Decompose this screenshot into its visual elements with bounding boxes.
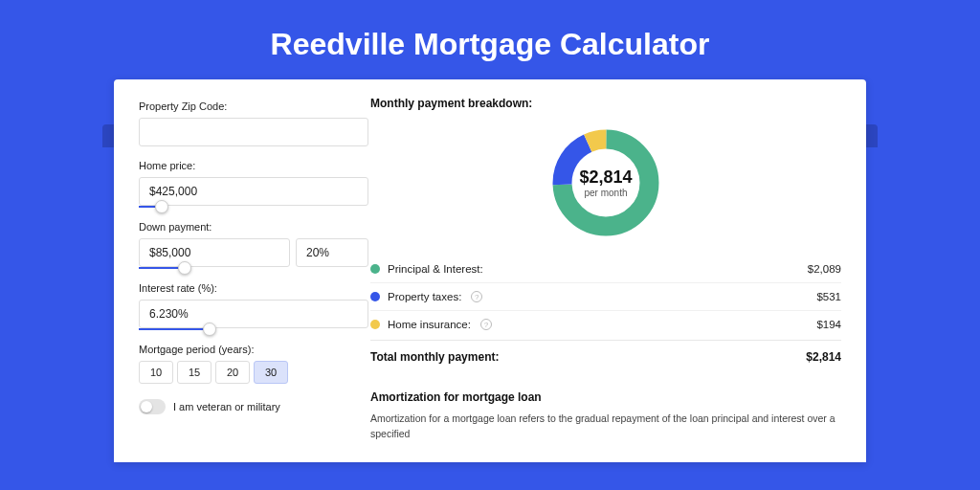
down-payment-input[interactable] <box>139 238 290 267</box>
period-button-20[interactable]: 20 <box>215 361 250 384</box>
donut-amount: $2,814 <box>579 167 632 188</box>
down-payment-label: Down payment: <box>139 221 359 233</box>
interest-label: Interest rate (%): <box>139 282 359 294</box>
breakdown-item: Principal & Interest:$2,089 <box>370 256 841 282</box>
help-icon[interactable]: ? <box>480 319 492 330</box>
amortization-title: Amortization for mortgage loan <box>370 390 841 404</box>
form-panel: Property Zip Code: Home price: Down paym… <box>114 79 359 462</box>
home-price-label: Home price: <box>139 160 359 171</box>
breakdown-item: Property taxes:?$531 <box>370 282 841 310</box>
interest-slider[interactable] <box>139 328 368 330</box>
period-button-30[interactable]: 30 <box>254 361 288 384</box>
home-price-slider[interactable] <box>139 206 368 208</box>
down-payment-group: Down payment: <box>139 221 359 269</box>
veteran-row: I am veteran or military <box>139 399 359 414</box>
home-price-group: Home price: <box>139 160 359 208</box>
item-label: Home insurance: <box>388 319 471 330</box>
home-price-input[interactable] <box>139 177 368 206</box>
calculator-card: Property Zip Code: Home price: Down paym… <box>114 79 866 462</box>
veteran-label: I am veteran or military <box>173 401 280 412</box>
amortization-text: Amortization for a mortgage loan refers … <box>370 412 841 442</box>
donut-chart: $2,814 per month <box>370 120 841 256</box>
zip-label: Property Zip Code: <box>139 100 359 112</box>
breakdown-title: Monthly payment breakdown: <box>370 97 841 110</box>
color-dot-icon <box>370 292 380 301</box>
color-dot-icon <box>370 264 380 274</box>
help-icon[interactable]: ? <box>471 291 482 302</box>
item-label: Principal & Interest: <box>388 263 483 275</box>
page-title: Reedville Mortgage Calculator <box>0 0 980 79</box>
interest-input[interactable] <box>139 300 368 328</box>
total-label: Total monthly payment: <box>370 350 499 364</box>
zip-input[interactable] <box>139 118 368 146</box>
donut-per-month: per month <box>584 188 627 198</box>
period-group: Mortgage period (years): 10152030 <box>139 344 359 384</box>
item-value: $531 <box>816 291 841 302</box>
period-button-10[interactable]: 10 <box>139 361 173 384</box>
breakdown-item: Home insurance:?$194 <box>370 310 841 338</box>
period-button-15[interactable]: 15 <box>177 361 212 384</box>
total-row: Total monthly payment: $2,814 <box>370 340 841 373</box>
zip-group: Property Zip Code: <box>139 100 359 146</box>
interest-group: Interest rate (%): <box>139 282 359 330</box>
period-label: Mortgage period (years): <box>139 344 359 355</box>
color-dot-icon <box>370 320 380 329</box>
item-value: $194 <box>816 319 841 330</box>
total-value: $2,814 <box>806 350 841 364</box>
down-payment-pct-input[interactable] <box>296 238 368 267</box>
item-value: $2,089 <box>808 263 841 275</box>
down-payment-slider[interactable] <box>139 267 368 269</box>
item-label: Property taxes: <box>388 291 461 302</box>
veteran-toggle[interactable] <box>139 399 166 414</box>
breakdown-panel: Monthly payment breakdown: $2,814 per mo… <box>359 79 866 462</box>
